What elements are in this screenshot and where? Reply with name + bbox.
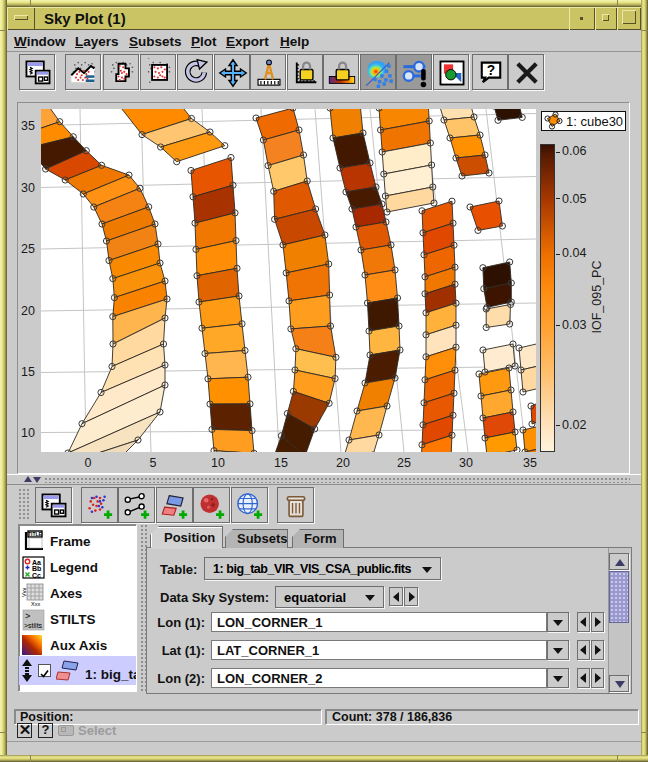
svg-text:Xxx: Xxx: [31, 601, 40, 607]
svg-text:>: >: [25, 612, 30, 622]
svg-text:>stilts: >stilts: [24, 622, 43, 629]
svg-text:?: ?: [487, 62, 495, 78]
svg-text:Vvv: Vvv: [21, 588, 27, 597]
svg-text:Cc: Cc: [32, 572, 41, 579]
svg-text:TITLE: TITLE: [28, 531, 43, 537]
